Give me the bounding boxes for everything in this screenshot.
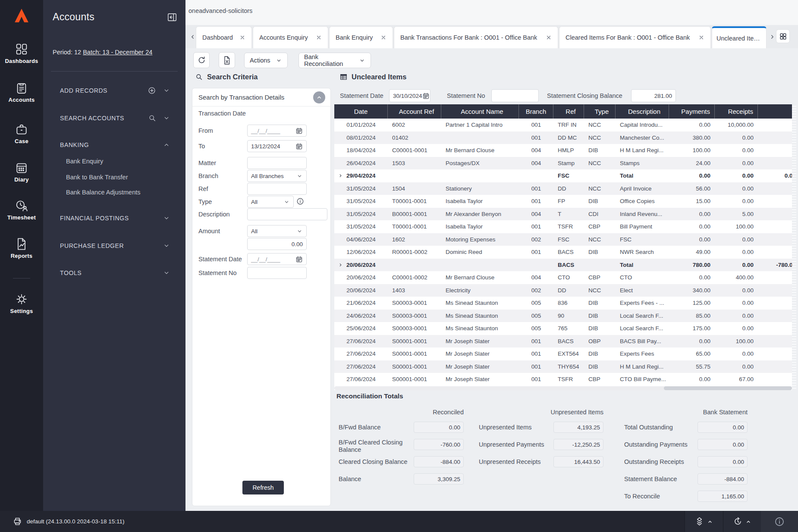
table-row[interactable]: 31/05/2024T00001-0001Isabella Taylor001T… [334,220,792,233]
amount-mode-select[interactable]: All [247,225,307,237]
tab-bank-transactions-for-bank-o001-office-bank[interactable]: Bank Transactions For Bank : O001 - Offi… [394,26,558,48]
column-header-receipts[interactable]: Receipts [715,104,758,119]
table-row[interactable]: 31/05/2024B00001-0001Mr Alexander Benyon… [334,208,792,221]
sidebar-section-financial-postings[interactable]: FINANCIAL POSTINGS [60,212,170,224]
sidebar-item-bank-to-bank-transfer[interactable]: Bank to Bank Transfer [66,172,128,183]
posting-queue-button[interactable] [685,511,723,532]
collapse-sidebar-icon[interactable] [167,12,178,23]
branch-select[interactable]: All Branches [247,170,307,182]
table-row[interactable]: 27/06/2024S00001-0001Mr Joseph Slater001… [334,335,792,348]
actions-dropdown[interactable]: Actions [244,53,288,68]
table-row[interactable]: 31/05/20241504Stationery001DDNCCApril In… [334,182,792,195]
rail-item-diary[interactable]: Diary [0,161,43,183]
table-vertical-scrollbar[interactable] [792,104,796,390]
to-date-input[interactable]: 13/12/2024 [247,140,307,152]
history-button[interactable] [723,511,761,532]
group-total-row[interactable]: 29/04/2024FSCTotal0.000.000.00 [334,169,792,182]
sidebar-item-bank-enquiry[interactable]: Bank Enquiry [66,156,103,167]
table-row[interactable]: 25/06/2024S00003-0001Ms Sinead Staunton0… [334,322,792,335]
table-row[interactable]: 24/06/2024S00003-0001Ms Sinead Staunton0… [334,310,792,322]
sidebar-section-purchase-ledger[interactable]: PURCHASE LEDGER [60,240,170,252]
column-header-payments[interactable]: Payments [669,104,715,119]
sidebar-item-bank-balance-adjustments[interactable]: Bank Balance Adjustments [66,187,141,198]
table-row[interactable]: 27/06/2024S00001-0001Mr Joseph Slater001… [334,360,792,373]
table-row[interactable]: 27/06/2024S00001-0001Mr Joseph Slater001… [334,347,792,360]
sidebar-section-banking[interactable]: BANKING [60,139,170,151]
close-icon[interactable] [316,34,322,41]
tab-layout-grid-button[interactable] [776,29,790,43]
chevron-down-icon[interactable] [163,114,170,122]
tab-cleared-items-for-bank-o001-office-bank[interactable]: Cleared Items For Bank : O001 - Office B… [559,26,711,48]
table-row[interactable]: 12/06/2024R00001-0002Dominic Reed001BACS… [334,246,792,259]
tab-bank-enquiry[interactable]: Bank Enquiry [329,26,393,48]
refresh-button[interactable]: Refresh [242,481,284,494]
close-icon[interactable] [698,34,704,41]
calendar-icon[interactable] [422,92,430,100]
export-excel-button[interactable] [219,52,235,68]
rail-item-timesheet[interactable]: Timesheet [0,199,43,221]
table-row[interactable]: 18/04/2024C00001-0001Mr Bernard Clouse00… [334,144,792,157]
table-row[interactable]: 26/04/20241503Postages/DX004StampNCCStam… [334,157,792,170]
statement-no-input[interactable] [247,267,307,279]
sidebar-section-tools[interactable]: TOOLS [60,267,170,279]
expand-group-icon[interactable] [338,173,343,178]
scrollbar-thumb[interactable] [664,386,792,390]
column-header-account-name[interactable]: Account Name [441,104,519,119]
calendar-icon[interactable] [295,143,303,150]
rail-item-accounts[interactable]: Accounts [0,81,43,103]
column-header-branch[interactable]: Branch [519,104,553,119]
column-header-description[interactable]: Description [616,104,669,119]
matter-input[interactable] [247,157,307,169]
sidebar-section-search-accounts[interactable]: SEARCH ACCOUNTS [60,112,170,124]
group-total-row[interactable]: 20/06/2024BACSTotal780.000.00-780.00 [334,259,792,272]
close-icon[interactable] [380,34,386,41]
rail-item-dashboards[interactable]: Dashboards [0,42,43,64]
refresh-view-button[interactable] [193,52,210,68]
statement-date-input[interactable]: __/__/____ [247,253,307,265]
expand-group-icon[interactable] [338,262,343,268]
column-header-ref[interactable]: Ref [553,104,584,119]
tab-accounts-enquiry[interactable]: Accounts Enquiry [253,26,328,48]
description-input[interactable] [247,208,327,220]
tabs-scroll-left-icon[interactable] [189,33,196,41]
table-row[interactable]: 21/06/2024S00003-0001Ms Sinead Staunton0… [334,297,792,310]
close-icon[interactable] [239,34,245,41]
chevron-down-icon[interactable] [163,242,170,250]
chevron-up-icon[interactable] [163,141,170,149]
stmt-no-input[interactable] [491,89,539,102]
column-header-type[interactable]: Type [584,104,616,119]
tabs-scroll-right-icon[interactable] [769,33,776,41]
collapse-search-panel-button[interactable] [313,91,325,103]
table-row[interactable]: 04/06/20241602Motoring Expenses002FSCNCC… [334,233,792,246]
table-row[interactable]: 27/06/2024S00001-0001Mr Joseph Slater001… [334,373,792,386]
view-mode-dropdown[interactable]: Bank Reconciliation [298,53,371,68]
rail-item-settings[interactable]: Settings [0,292,43,314]
search-icon[interactable] [148,114,157,122]
stmt-date-input[interactable]: 30/10/2024 [389,89,430,102]
plus-circle-icon[interactable] [147,86,157,95]
batch-link[interactable]: Batch: 13 - December 24 [83,49,152,56]
table-row[interactable]: 31/05/2024T00001-0001Isabella Taylor001F… [334,195,792,208]
chevron-down-icon[interactable] [163,87,170,94]
table-row[interactable]: 20/06/20241403Electricity002DDNCCElect34… [334,284,792,297]
rail-item-reports[interactable]: Reports [0,237,43,259]
chevron-down-icon[interactable] [163,269,170,277]
table-row[interactable]: 08/01/202401402001DD MCNCCManchester Co.… [334,131,792,144]
tab-uncleared-items[interactable]: Uncleared Items [712,26,767,48]
tab-dashboard[interactable]: Dashboard [196,26,252,48]
column-header-date[interactable]: Date [334,104,388,119]
close-icon[interactable] [546,34,552,41]
table-horizontal-scrollbar[interactable] [334,386,792,390]
ref-input[interactable] [247,183,307,195]
calendar-icon[interactable] [295,256,303,263]
column-header-account-ref[interactable]: Account Ref [388,104,441,119]
amount-value-input[interactable]: 0.00 [247,238,307,250]
type-select[interactable]: All [247,196,294,208]
calendar-icon[interactable] [295,127,303,135]
info-icon[interactable] [774,516,785,527]
type-info-icon[interactable] [296,197,304,205]
table-row[interactable]: 01/01/20246002Partner 1 Capital Intro001… [334,119,792,131]
app-logo-icon[interactable] [12,6,31,25]
from-date-input[interactable]: __/__/____ [247,125,307,137]
stmt-closing-balance-input[interactable]: 281.00 [631,89,676,102]
